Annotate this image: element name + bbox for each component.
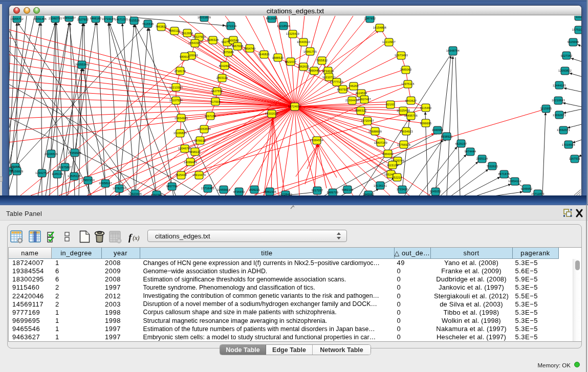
svg-text:8372214: 8372214 <box>225 25 237 28</box>
svg-text:30975867: 30975867 <box>58 166 72 169</box>
svg-text:13975115: 13975115 <box>401 82 415 85</box>
svg-text:746266: 746266 <box>349 84 359 87</box>
svg-text:18640910: 18640910 <box>297 40 310 43</box>
svg-text:7632621: 7632621 <box>487 165 498 168</box>
svg-text:19654985: 19654985 <box>175 117 188 120</box>
svg-text:9463627: 9463627 <box>405 99 417 102</box>
svg-text:20091406: 20091406 <box>33 17 47 20</box>
svg-text:16543382: 16543382 <box>188 41 202 45</box>
svg-text:1362615: 1362615 <box>298 65 310 68</box>
svg-text:17359928: 17359928 <box>68 151 81 155</box>
svg-text:14099489: 14099489 <box>184 161 197 164</box>
svg-text:17957253: 17957253 <box>81 179 95 182</box>
svg-text:8242848: 8242848 <box>219 64 231 68</box>
svg-text:14136141: 14136141 <box>374 184 387 187</box>
svg-text:f: f <box>128 232 133 243</box>
svg-text:8489709: 8489709 <box>327 191 339 194</box>
svg-text:7625402: 7625402 <box>176 173 187 177</box>
svg-text:12942757: 12942757 <box>35 171 49 174</box>
svg-text:8471676: 8471676 <box>498 172 510 176</box>
svg-text:14055712: 14055712 <box>10 17 24 20</box>
svg-text:1588520: 1588520 <box>272 56 284 59</box>
svg-text:19166825: 19166825 <box>173 132 187 135</box>
svg-text:2718179: 2718179 <box>175 70 186 73</box>
svg-text:9245652: 9245652 <box>521 187 533 190</box>
svg-text:21364436: 21364436 <box>345 99 359 102</box>
svg-text:1640954: 1640954 <box>432 128 444 132</box>
svg-text:21060793: 21060793 <box>49 17 62 20</box>
svg-text:(x): (x) <box>133 234 140 242</box>
svg-text:9115460: 9115460 <box>420 106 431 110</box>
svg-text:2935114: 2935114 <box>476 157 488 160</box>
svg-text:15751074: 15751074 <box>572 28 581 31</box>
svg-text:7485063: 7485063 <box>400 68 412 71</box>
svg-text:6497503: 6497503 <box>337 88 349 91</box>
svg-text:10719155: 10719155 <box>102 17 115 20</box>
svg-text:989916: 989916 <box>180 55 190 58</box>
svg-text:8660123: 8660123 <box>169 29 181 32</box>
svg-text:7615538: 7615538 <box>142 23 154 26</box>
svg-text:12213383: 12213383 <box>169 86 183 89</box>
svg-text:10958107: 10958107 <box>99 182 112 185</box>
svg-text:16648784: 16648784 <box>446 49 460 52</box>
svg-text:1498222: 1498222 <box>189 150 201 154</box>
svg-text:2087652: 2087652 <box>364 17 376 20</box>
svg-text:8822037: 8822037 <box>285 60 297 63</box>
svg-text:13692971: 13692971 <box>553 114 566 117</box>
svg-text:12093822: 12093822 <box>558 69 572 72</box>
svg-text:12213967: 12213967 <box>382 40 396 43</box>
svg-text:22455603: 22455603 <box>217 188 230 191</box>
svg-text:2967608: 2967608 <box>232 45 244 48</box>
svg-text:13353594: 13353594 <box>198 127 211 130</box>
svg-text:1527602: 1527602 <box>77 18 89 21</box>
svg-text:3267150: 3267150 <box>205 115 216 118</box>
svg-text:10756928: 10756928 <box>397 143 410 146</box>
svg-text:6099695: 6099695 <box>420 122 432 125</box>
svg-text:6466160: 6466160 <box>90 17 102 20</box>
svg-text:1112: 1112 <box>576 16 581 18</box>
svg-text:16961755: 16961755 <box>303 50 317 53</box>
svg-text:1615132: 1615132 <box>387 164 399 167</box>
svg-text:10688609: 10688609 <box>368 130 382 133</box>
svg-text:7955812: 7955812 <box>316 59 328 62</box>
svg-text:10653287: 10653287 <box>62 16 76 19</box>
svg-text:18724007: 18724007 <box>288 105 301 108</box>
svg-text:14914479: 14914479 <box>192 173 206 177</box>
svg-text:6734024: 6734024 <box>322 70 334 73</box>
svg-text:3124534: 3124534 <box>356 92 367 95</box>
svg-text:11156829: 11156829 <box>10 170 23 173</box>
svg-text:10973493: 10973493 <box>395 54 408 57</box>
svg-text:4735650: 4735650 <box>233 190 245 193</box>
svg-text:18807249: 18807249 <box>374 141 387 144</box>
svg-text:8990443: 8990443 <box>309 69 320 72</box>
svg-text:10046766: 10046766 <box>178 147 191 150</box>
svg-text:13325419: 13325419 <box>286 32 299 35</box>
svg-text:9329996: 9329996 <box>568 40 579 43</box>
svg-text:3215955: 3215955 <box>540 107 552 110</box>
svg-text:9146821: 9146821 <box>258 53 270 56</box>
svg-text:7986322: 7986322 <box>355 109 367 112</box>
svg-text:1839221: 1839221 <box>249 188 260 191</box>
svg-text:9217207: 9217207 <box>312 189 323 192</box>
svg-text:13692971: 13692971 <box>557 128 570 132</box>
svg-text:16782759: 16782759 <box>113 187 126 190</box>
svg-text:417004: 417004 <box>210 100 221 103</box>
svg-text:9474444: 9474444 <box>465 150 476 153</box>
svg-text:16107554: 16107554 <box>169 99 183 102</box>
svg-text:5682115: 5682115 <box>342 188 353 191</box>
svg-text:1145139: 1145139 <box>52 172 63 176</box>
svg-text:9457791: 9457791 <box>166 185 178 188</box>
svg-text:19384554: 19384554 <box>310 139 323 142</box>
svg-text:15720407: 15720407 <box>361 119 374 122</box>
svg-text:25882305: 25882305 <box>263 190 276 193</box>
svg-text:8186328: 8186328 <box>207 38 219 41</box>
svg-text:1167531: 1167531 <box>569 157 580 160</box>
svg-text:13218506: 13218506 <box>277 25 290 28</box>
svg-text:15302027: 15302027 <box>265 112 278 115</box>
svg-text:16154808: 16154808 <box>373 26 386 29</box>
svg-text:6629197: 6629197 <box>455 142 467 145</box>
svg-text:1733426: 1733426 <box>397 188 408 191</box>
svg-text:12444185: 12444185 <box>553 84 566 87</box>
svg-text:7463822: 7463822 <box>156 25 167 28</box>
svg-text:17016504: 17016504 <box>562 143 575 146</box>
